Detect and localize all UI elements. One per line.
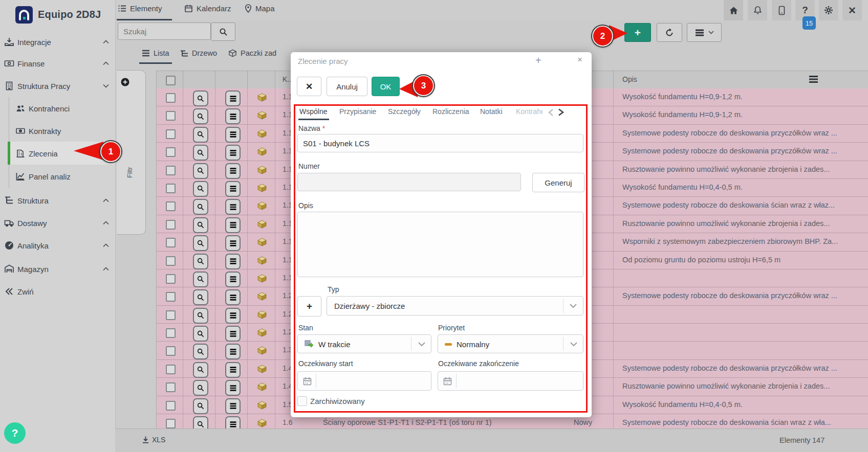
row-checkbox[interactable] (166, 419, 176, 428)
refresh-button[interactable] (657, 23, 682, 42)
view-tab-drzewo[interactable]: Drzewo (180, 49, 217, 57)
row-inspect-button[interactable] (193, 145, 208, 161)
row-menu-button[interactable] (225, 199, 241, 215)
row-checkbox[interactable] (166, 365, 176, 374)
home-button[interactable] (724, 0, 743, 20)
row-inspect-button[interactable] (193, 326, 208, 342)
ok-button[interactable]: OK (372, 77, 400, 96)
dialog-clear-button[interactable]: ✕ (297, 77, 321, 96)
view-tab-lista[interactable]: Lista (142, 49, 169, 57)
row-menu-button[interactable] (225, 145, 241, 161)
row-inspect-button[interactable] (193, 217, 208, 233)
row-inspect-button[interactable] (193, 108, 208, 124)
row-menu-button[interactable] (225, 163, 241, 179)
row-checkbox[interactable] (166, 346, 176, 356)
sidebar-item-kontrakty[interactable]: Kontrakty (0, 121, 115, 141)
row-checkbox[interactable] (166, 310, 176, 320)
row-menu-button[interactable] (225, 326, 241, 342)
row-inspect-button[interactable] (193, 181, 208, 197)
select-all-checkbox[interactable] (166, 76, 176, 85)
app-logo[interactable] (15, 6, 33, 24)
row-menu-button[interactable] (225, 416, 241, 429)
row-menu-button[interactable] (225, 289, 241, 305)
row-inspect-button[interactable] (193, 380, 208, 396)
row-inspect-button[interactable] (193, 272, 208, 287)
mobile-button[interactable] (772, 0, 791, 20)
row-inspect-button[interactable] (193, 254, 208, 269)
dialog-expand-icon[interactable]: + (535, 55, 541, 66)
column-settings-icon[interactable] (809, 75, 818, 83)
row-inspect-button[interactable] (193, 235, 208, 251)
row-checkbox[interactable] (166, 129, 176, 139)
row-inspect-button[interactable] (193, 416, 208, 429)
row-menu-button[interactable] (225, 217, 241, 233)
export-xls-label: XLS (152, 436, 165, 444)
search-input[interactable] (118, 22, 211, 40)
row-checkbox[interactable] (166, 401, 176, 411)
row-inspect-button[interactable] (193, 199, 208, 215)
row-checkbox[interactable] (166, 328, 176, 338)
search-button[interactable] (211, 22, 235, 41)
sidebar-item-panel-analiz[interactable]: Panel analiz (0, 166, 115, 187)
settings-button[interactable] (819, 0, 838, 20)
row-inspect-button[interactable] (193, 362, 208, 378)
tab-mapa[interactable]: Mapa (245, 4, 275, 13)
row-menu-button[interactable] (225, 108, 241, 124)
row-menu-button[interactable] (225, 344, 241, 359)
row-inspect-button[interactable] (193, 308, 208, 324)
sidebar-item-analityka[interactable]: Analityka (0, 235, 115, 256)
row-menu-button[interactable] (225, 254, 241, 269)
sidebar-item-kontrahenci[interactable]: Kontrahenci (0, 98, 115, 119)
sidebar-item-magazyn[interactable]: Magazyn (0, 259, 115, 279)
row-checkbox[interactable] (166, 201, 176, 211)
row-checkbox[interactable] (166, 220, 176, 230)
sidebar-item-struktura-pracy[interactable]: Struktura Pracy (0, 76, 115, 96)
row-checkbox[interactable] (166, 238, 176, 247)
sidebar-item-finanse[interactable]: Finanse (0, 53, 115, 74)
row-menu-button[interactable] (225, 272, 241, 287)
row-menu-button[interactable] (225, 127, 241, 143)
row-menu-button[interactable] (225, 380, 241, 396)
row-checkbox[interactable] (166, 111, 176, 121)
export-xls-button[interactable]: XLS (142, 436, 165, 444)
add-filter-icon[interactable] (121, 78, 129, 86)
row-opis-value: Wysokość fundamentu H=0,4-0,5 m. (622, 183, 867, 191)
row-menu-button[interactable] (225, 362, 241, 378)
tab-kalendarz[interactable]: Kalendarz (184, 4, 231, 13)
row-inspect-button[interactable] (193, 398, 208, 414)
row-inspect-button[interactable] (193, 289, 208, 305)
sidebar-item-label: Zlecenia (29, 149, 58, 158)
row-inspect-button[interactable] (193, 163, 208, 179)
sidebar-item-dostawy[interactable]: Dostawy (0, 213, 115, 233)
row-checkbox[interactable] (166, 382, 176, 392)
add-button[interactable]: + (624, 23, 651, 42)
row-menu-button[interactable] (225, 235, 241, 251)
row-checkbox[interactable] (166, 166, 176, 175)
row-checkbox[interactable] (166, 256, 176, 266)
row-menu-button[interactable] (225, 181, 241, 197)
column-header-opis[interactable]: Opis (622, 75, 637, 83)
row-menu-button[interactable] (225, 308, 241, 324)
row-checkbox[interactable] (166, 274, 176, 284)
row-menu-button[interactable] (225, 91, 241, 106)
row-inspect-button[interactable] (193, 127, 208, 143)
menu-dropdown-button[interactable] (687, 23, 722, 42)
help-fab-button[interactable]: ? (4, 422, 26, 444)
sidebar-collapse-button[interactable]: Zwiń (0, 281, 115, 302)
row-checkbox[interactable] (166, 147, 176, 157)
tab-elementy[interactable]: Elementy (118, 4, 162, 13)
column-header-k[interactable]: K.. (283, 75, 291, 83)
row-checkbox[interactable] (166, 292, 176, 302)
row-menu-button[interactable] (225, 398, 241, 414)
sidebar-item-integracje[interactable]: Integracje (0, 32, 115, 52)
row-inspect-button[interactable] (193, 91, 208, 106)
row-checkbox[interactable] (166, 93, 176, 103)
close-app-button[interactable]: ✕ (842, 0, 862, 20)
sidebar-item-struktura[interactable]: Struktura (0, 190, 115, 211)
dialog-close-icon[interactable]: × (577, 55, 582, 65)
row-inspect-button[interactable] (193, 344, 208, 359)
notifications-button[interactable] (748, 0, 767, 20)
view-tab-paczki[interactable]: Paczki zad (228, 49, 276, 57)
row-checkbox[interactable] (166, 184, 176, 193)
cancel-button[interactable]: Anuluj (327, 77, 367, 96)
